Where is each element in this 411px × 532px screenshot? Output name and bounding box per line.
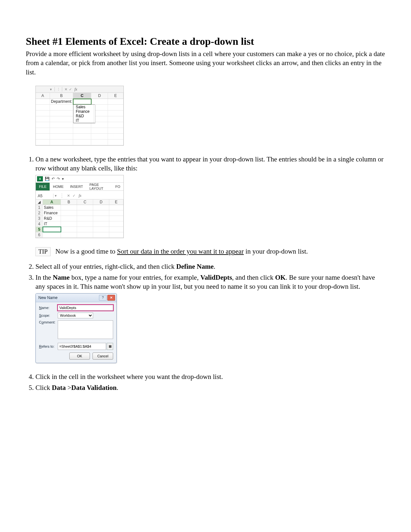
ok-button[interactable]: OK: [69, 353, 90, 360]
col-header-e: E: [108, 93, 123, 99]
table-row: 1 Sales: [36, 205, 123, 210]
cell-department-label: Department:: [50, 99, 73, 104]
dropdown-icon: ▾: [49, 87, 53, 92]
cell-a6[interactable]: [43, 232, 61, 237]
table-row: [36, 128, 123, 134]
label-scope: Scope:: [39, 314, 58, 317]
label-comment: Comment:: [39, 320, 58, 324]
dropdown-option[interactable]: R&D: [74, 114, 94, 118]
quick-access-toolbar: X 💾 ↶ ↷ ▾: [36, 175, 123, 183]
excel-logo-icon: X: [37, 176, 43, 181]
select-all-corner[interactable]: ◢: [36, 199, 43, 205]
table-row: 3 R&D: [36, 216, 123, 221]
name-box[interactable]: A5: [36, 194, 54, 198]
table-row: [36, 134, 123, 140]
col-header-d: D: [91, 93, 108, 99]
label-name: Name:: [39, 306, 58, 310]
scope-select[interactable]: Workbook: [58, 313, 93, 318]
step-4: Click in the cell in the worksheet where…: [35, 372, 385, 381]
step-2: Select all of your entries, right-click,…: [35, 262, 385, 271]
formula-bar: ▾ ⋮ ✕ ✓ fx: [36, 86, 123, 93]
table-row: 2 Finance: [36, 210, 123, 216]
cancel-button[interactable]: Cancel: [93, 353, 113, 360]
dropdown-option[interactable]: Sales: [74, 105, 94, 109]
fx-icon: fx: [74, 87, 77, 92]
table-row: 5: [36, 227, 123, 232]
figure-worksheet-entries: X 💾 ↶ ↷ ▾ FILE HOME INSERT PAGE LAYOUT F…: [35, 175, 385, 238]
step-5: Click Data >Data Validation.: [35, 383, 385, 392]
table-row: 4 IT: [36, 221, 123, 227]
table-row: Department: ▾ Sales Finance R&D IT: [36, 99, 123, 105]
cell-a1[interactable]: Sales: [43, 205, 61, 210]
save-icon[interactable]: 💾: [45, 177, 50, 181]
cell-a4[interactable]: IT: [43, 221, 61, 227]
comment-textarea[interactable]: [58, 320, 113, 339]
dropdown-option[interactable]: IT: [74, 118, 94, 123]
page-title: Sheet #1 Elements of Excel: Create a dro…: [26, 35, 385, 47]
collapse-dialog-icon[interactable]: ▦: [107, 343, 113, 350]
name-input[interactable]: [58, 305, 113, 311]
tab-page-layout[interactable]: PAGE LAYOUT: [86, 183, 112, 190]
step-1: On a new worksheet, type the entries tha…: [35, 155, 385, 173]
cell-a5-active[interactable]: [43, 227, 61, 232]
dialog-titlebar: New Name ? ✕: [36, 294, 116, 302]
dropdown-list[interactable]: Sales Finance R&D IT: [73, 104, 95, 123]
col-header-c: C: [77, 199, 93, 205]
formula-bar: A5 ▾ ⋮ ✕ ✓ fx: [36, 193, 123, 199]
customize-icon[interactable]: ▾: [62, 177, 64, 181]
figure-dropdown-preview: ▾ ⋮ ✕ ✓ fx A B C D E Department: ▾: [35, 86, 385, 146]
tab-home[interactable]: HOME: [50, 183, 67, 190]
label-refers-to: Refers to:: [39, 344, 58, 348]
undo-icon[interactable]: ↶: [52, 177, 55, 181]
tab-file[interactable]: FILE: [36, 183, 50, 190]
tab-cut[interactable]: FO: [112, 183, 123, 190]
ribbon-tabs: FILE HOME INSERT PAGE LAYOUT FO: [36, 183, 123, 191]
col-header-b: B: [50, 93, 73, 99]
table-row: [36, 140, 123, 145]
figure-new-name-dialog: New Name ? ✕ Name: Scope: Workbook: [35, 293, 385, 363]
table-row: 6: [36, 232, 123, 238]
cell-a2[interactable]: Finance: [43, 210, 61, 216]
refers-to-input[interactable]: [58, 343, 106, 350]
cell-a3[interactable]: R&D: [43, 216, 61, 221]
step-3: In the Name box, type a name for your en…: [35, 273, 385, 291]
dropdown-option[interactable]: Finance: [74, 109, 94, 114]
col-header-b: B: [61, 199, 77, 205]
dropdown-icon: ▾: [55, 194, 57, 198]
close-button[interactable]: ✕: [107, 295, 115, 301]
dropdown-arrow-button[interactable]: ▾: [91, 99, 91, 104]
fx-icon: fx: [79, 193, 82, 198]
active-cell-c1[interactable]: ▾: [73, 99, 91, 104]
enter-icon: ✓: [73, 194, 75, 198]
col-header-a: A: [36, 93, 50, 99]
col-header-e: E: [109, 199, 123, 205]
column-header-row: ◢ A B C D E: [36, 199, 123, 205]
tip-line: TIP Now is a good time to Sort our data …: [35, 247, 385, 256]
tab-insert[interactable]: INSERT: [67, 183, 86, 190]
cancel-icon: ✕: [67, 194, 70, 198]
dialog-title: New Name: [38, 295, 57, 300]
enter-icon: ✓: [68, 87, 73, 92]
cancel-icon: ✕: [64, 87, 68, 92]
intro-paragraph: Provide a more efficient worksheet by us…: [26, 49, 385, 77]
col-header-a: A: [43, 199, 61, 205]
col-header-c: C: [73, 93, 91, 99]
separator-icon: ⋮: [56, 87, 61, 92]
redo-icon[interactable]: ↷: [57, 177, 60, 181]
tip-badge: TIP: [35, 247, 51, 256]
col-header-d: D: [93, 199, 109, 205]
tip-link[interactable]: Sort our data in the order you want it t…: [117, 247, 244, 255]
column-header-row: A B C D E: [36, 93, 123, 99]
help-button[interactable]: ?: [99, 295, 107, 301]
